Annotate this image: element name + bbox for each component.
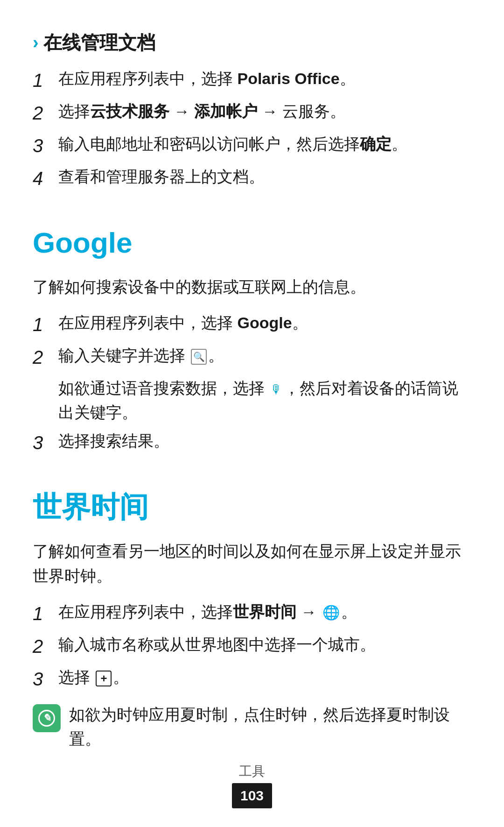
worldtime-bold: 世界时间 (233, 603, 296, 621)
online-steps-list: 1 在应用程序列表中，选择 Polaris Office。 2 选择云技术服务 … (33, 66, 471, 192)
worldtime-step-2: 2 输入城市名称或从世界地图中选择一个城市。 (33, 632, 471, 660)
worldtime-step-text-1: 在应用程序列表中，选择世界时间 → 🌐。 (58, 600, 471, 624)
arrow-chevron-icon: › (33, 29, 39, 57)
dst-setting-bold: 夏时制设置 (69, 706, 450, 748)
section-worldtime: 世界时间 了解如何查看另一地区的时间以及如何在显示屏上设定并显示世界时钟。 1 … (33, 485, 471, 751)
online-step-3: 3 输入电邮地址和密码以访问帐户，然后选择确定。 (33, 132, 471, 160)
worldtime-section-title: 世界时间 (33, 485, 471, 530)
online-step-4: 4 查看和管理服务器上的文档。 (33, 164, 471, 192)
mic-icon: 🎙 (270, 380, 282, 399)
note-text: 如欲为时钟应用夏时制，点住时钟，然后选择夏时制设置。 (69, 702, 471, 751)
add-account-bold: 添加帐户 (194, 102, 258, 120)
footer-label: 工具 (0, 761, 504, 781)
polaris-bold: Polaris Office (237, 70, 339, 87)
worldtime-step-number-1: 1 (33, 600, 58, 628)
google-bold: Google (237, 314, 292, 332)
step-number-4: 4 (33, 164, 58, 192)
google-step-number-2: 2 (33, 343, 58, 371)
worldtime-steps-list: 1 在应用程序列表中，选择世界时间 → 🌐。 2 输入城市名称或从世界地图中选择… (33, 600, 471, 693)
step-number-1: 1 (33, 66, 58, 94)
step-text-1: 在应用程序列表中，选择 Polaris Office。 (58, 66, 471, 91)
google-step-text-2: 输入关键字并选择 🔍。 (58, 343, 471, 368)
online-step-2: 2 选择云技术服务 → 添加帐户 → 云服务。 (33, 99, 471, 127)
worldtime-step-text-2: 输入城市名称或从世界地图中选择一个城市。 (58, 632, 471, 657)
footer-page-number: 103 (232, 783, 272, 809)
worldtime-step-1: 1 在应用程序列表中，选择世界时间 → 🌐。 (33, 600, 471, 628)
page-footer: 工具 103 (0, 761, 504, 808)
google-step-1: 1 在应用程序列表中，选择 Google。 (33, 311, 471, 339)
google-intro: 了解如何搜索设备中的数据或互联网上的信息。 (33, 275, 471, 299)
note-icon-inner: ✎ (38, 710, 55, 727)
step-text-3: 输入电邮地址和密码以访问帐户，然后选择确定。 (58, 132, 471, 156)
section-online: › 在线管理文档 1 在应用程序列表中，选择 Polaris Office。 2… (33, 28, 471, 192)
note-box: ✎ 如欲为时钟应用夏时制，点住时钟，然后选择夏时制设置。 (33, 702, 471, 751)
google-step-number-1: 1 (33, 311, 58, 339)
section-google: Google 了解如何搜索设备中的数据或互联网上的信息。 1 在应用程序列表中，… (33, 220, 471, 457)
plus-icon: + (96, 671, 112, 686)
step-number-2: 2 (33, 99, 58, 127)
google-step-number-3: 3 (33, 429, 58, 457)
search-icon: 🔍 (191, 349, 207, 365)
google-step-2: 2 输入关键字并选择 🔍。 (33, 343, 471, 371)
worldtime-step-text-3: 选择 +。 (58, 665, 471, 690)
google-step-3: 3 选择搜索结果。 (33, 429, 471, 457)
step-number-3: 3 (33, 132, 58, 160)
worldtime-step-3: 3 选择 +。 (33, 665, 471, 693)
note-z-icon: ✎ (42, 710, 51, 726)
note-icon: ✎ (33, 704, 61, 732)
page-content: › 在线管理文档 1 在应用程序列表中，选择 Polaris Office。 2… (0, 0, 504, 826)
globe-icon: 🌐 (322, 602, 340, 624)
worldtime-step-number-3: 3 (33, 665, 58, 693)
step-text-4: 查看和管理服务器上的文档。 (58, 164, 471, 189)
section-header: › 在线管理文档 (33, 28, 471, 57)
confirm-bold: 确定 (360, 135, 392, 153)
google-step-text-1: 在应用程序列表中，选择 Google。 (58, 311, 471, 335)
worldtime-intro: 了解如何查看另一地区的时间以及如何在显示屏上设定并显示世界时钟。 (33, 539, 471, 588)
google-step-2-sub: 如欲通过语音搜索数据，选择 🎙，然后对着设备的话筒说出关键字。 (58, 376, 471, 425)
online-step-1: 1 在应用程序列表中，选择 Polaris Office。 (33, 66, 471, 94)
online-section-title: 在线管理文档 (43, 28, 155, 57)
google-step-text-3: 选择搜索结果。 (58, 429, 471, 453)
google-steps-list: 1 在应用程序列表中，选择 Google。 2 输入关键字并选择 🔍。 如欲通过… (33, 311, 471, 457)
cloud-tech-bold: 云技术服务 (90, 102, 169, 120)
worldtime-step-number-2: 2 (33, 632, 58, 660)
step-text-2: 选择云技术服务 → 添加帐户 → 云服务。 (58, 99, 471, 124)
google-section-title: Google (33, 220, 471, 265)
